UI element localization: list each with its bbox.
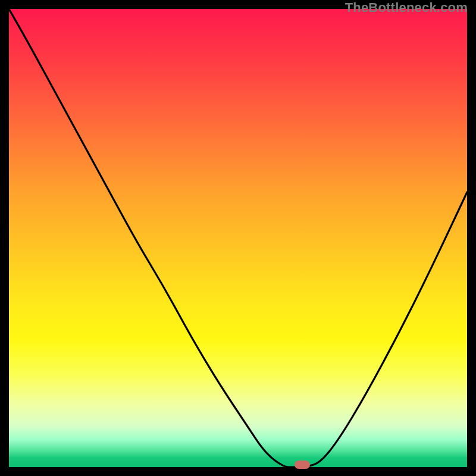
chart-frame: TheBottleneck.com xyxy=(0,0,476,476)
bottleneck-curve xyxy=(9,9,467,467)
optimal-point-marker xyxy=(295,461,310,469)
plot-area xyxy=(9,9,467,467)
